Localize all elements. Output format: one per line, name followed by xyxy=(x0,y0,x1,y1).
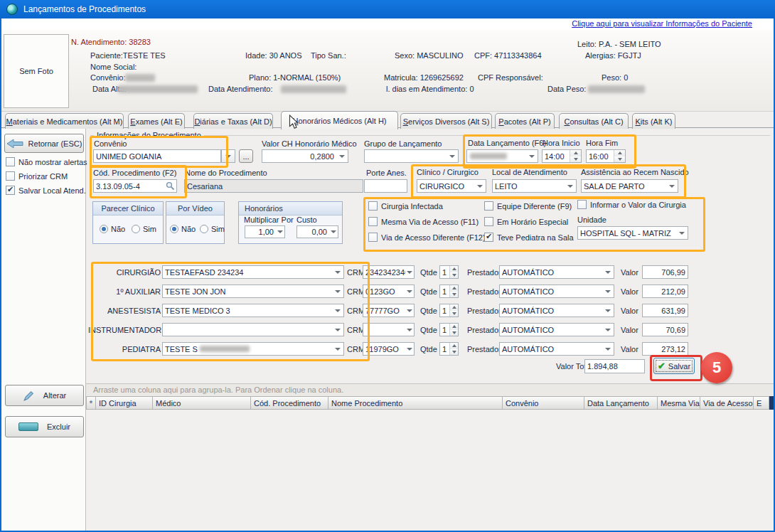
pediatra-select[interactable]: TESTE S xyxy=(162,342,344,356)
checkbox-em-horario-especial[interactable]: Em Horário Especial xyxy=(484,217,568,226)
dropdown-arrow-icon[interactable] xyxy=(222,150,235,162)
radio-circle[interactable] xyxy=(100,225,108,233)
checkbox-box[interactable] xyxy=(577,200,587,209)
tab-honorarios-medicos[interactable]: Honorários Médicos (Alt H) xyxy=(281,111,398,129)
anestesista-qtde-spinner[interactable]: 1 xyxy=(439,304,459,317)
checkbox-informar-valor-cirurgia[interactable]: Informar o Valor da Cirurgia xyxy=(577,200,686,209)
video-sim-radio[interactable]: Sim xyxy=(200,225,225,233)
dropdown-arrow-icon[interactable] xyxy=(405,324,414,336)
search-icon[interactable] xyxy=(166,181,175,191)
checkbox-nao-mostrar-alertas[interactable]: Não mostrar alertas xyxy=(6,157,87,166)
cirurgiao-select[interactable]: TESTAEFASD 234234 xyxy=(162,265,344,279)
dropdown-arrow-icon[interactable] xyxy=(666,180,678,192)
grid-corner-cell[interactable]: * xyxy=(86,396,96,410)
grid-col-truncated[interactable]: E xyxy=(754,396,769,410)
dropdown-arrow-icon[interactable] xyxy=(474,180,486,192)
instrumentador-crm-select[interactable] xyxy=(363,323,415,336)
pediatra-prestador-select[interactable]: AUTOMÁTICO xyxy=(499,342,614,356)
checkbox-mesma-via-acesso[interactable]: Mesma Via de Acesso (F11) xyxy=(368,217,479,226)
tab-pacotes[interactable]: Pacotes (Alt P) xyxy=(495,113,555,129)
checkbox-via-acesso-diferente[interactable]: Via de Acesso Diferente (F12) xyxy=(368,233,486,242)
retornar-button[interactable]: Retornar (ESC) xyxy=(4,134,84,153)
patient-info-link[interactable]: Clique aqui para visualizar Informações … xyxy=(572,19,752,28)
spinner-buttons[interactable] xyxy=(449,285,458,297)
checkbox-cirurgia-infectada[interactable]: Cirurgia Infectada xyxy=(368,201,443,211)
grid-body-empty[interactable] xyxy=(86,410,774,531)
radio-circle[interactable] xyxy=(200,225,208,233)
checkbox-box[interactable] xyxy=(6,157,15,166)
tab-exames[interactable]: Exames (Alt E) xyxy=(128,113,185,129)
dropdown-arrow-icon[interactable] xyxy=(332,266,343,278)
auxiliar-select[interactable]: TESTE JON JON xyxy=(162,284,344,298)
grid-col-medico[interactable]: Médico xyxy=(153,396,251,410)
multiplicar-por-select[interactable]: 1,00 xyxy=(245,225,285,238)
dropdown-arrow-icon[interactable] xyxy=(336,150,348,162)
checkbox-box[interactable] xyxy=(484,201,493,211)
checkbox-box[interactable] xyxy=(6,171,15,181)
grid-col-id-cirurgia[interactable]: ID Cirurgia xyxy=(96,396,153,410)
radio-circle[interactable] xyxy=(170,225,178,233)
tab-consultas[interactable]: Consultas (Alt C) xyxy=(559,113,629,129)
dropdown-arrow-icon[interactable] xyxy=(602,285,614,297)
porte-anes-input[interactable] xyxy=(364,179,407,193)
dropdown-arrow-icon[interactable] xyxy=(676,227,688,239)
checkbox-priorizar-crm[interactable]: Priorizar CRM xyxy=(6,171,68,181)
checkbox-box[interactable] xyxy=(484,233,493,242)
grid-group-bar[interactable]: Arraste uma coluna aqui para agrupa-la. … xyxy=(86,384,774,396)
grid-col-convenio[interactable]: Convênio xyxy=(503,396,584,410)
instrumentador-prestador-select[interactable]: AUTOMÁTICO xyxy=(499,323,614,336)
dropdown-arrow-icon[interactable] xyxy=(332,285,343,297)
radio-circle[interactable] xyxy=(132,225,140,233)
instrumentador-valor-field[interactable]: 70,69 xyxy=(642,323,688,336)
excluir-button[interactable]: Excluir xyxy=(5,416,84,437)
spinner-buttons[interactable] xyxy=(449,266,458,278)
dropdown-arrow-icon[interactable] xyxy=(447,150,458,162)
parecer-nao-radio[interactable]: Não xyxy=(100,225,125,233)
spinner-buttons[interactable] xyxy=(449,324,458,336)
auxiliar-crm-select[interactable]: 0123GO xyxy=(363,284,415,298)
checkbox-box[interactable] xyxy=(368,233,378,242)
grid-col-nome-procedimento[interactable]: Nome Procedimento xyxy=(328,396,503,410)
alterar-button[interactable]: Alterar xyxy=(5,385,84,406)
dropdown-arrow-icon[interactable] xyxy=(405,343,414,355)
dropdown-arrow-icon[interactable] xyxy=(405,285,414,297)
cirurgiao-crm-select[interactable]: 2342342340 xyxy=(363,265,415,279)
tab-diarias[interactable]: Diárias e Taxas (Alt D) xyxy=(193,113,273,129)
title-bar[interactable]: Lançamentos de Procedimentos xyxy=(0,0,775,18)
checkbox-box[interactable] xyxy=(368,217,378,226)
pediatra-crm-select[interactable]: 11979GO xyxy=(363,342,415,356)
hora-fim-spinner[interactable]: 16:00 xyxy=(586,149,626,163)
spinner-buttons[interactable] xyxy=(614,150,625,162)
dropdown-arrow-icon[interactable] xyxy=(332,324,343,336)
dropdown-arrow-icon[interactable] xyxy=(526,150,538,162)
grupo-lancamento-select[interactable] xyxy=(364,149,459,163)
tab-materiais[interactable]: Materiais e Medicamentos (Alt M) xyxy=(5,113,124,129)
auxiliar-qtde-spinner[interactable]: 1 xyxy=(439,284,459,298)
spinner-buttons[interactable] xyxy=(570,150,581,162)
dropdown-arrow-icon[interactable] xyxy=(405,304,414,316)
spinner-buttons[interactable] xyxy=(449,343,458,355)
auxiliar-valor-field[interactable]: 212,09 xyxy=(642,284,688,298)
hora-inicio-spinner[interactable]: 14:00 xyxy=(542,149,582,163)
parecer-sim-radio[interactable]: Sim xyxy=(132,225,156,233)
checkbox-teve-pediatra[interactable]: Teve Pediatra na Sala xyxy=(484,233,574,242)
more-options-button[interactable]: ... xyxy=(239,149,253,163)
dropdown-arrow-icon[interactable] xyxy=(565,180,576,192)
tab-kits[interactable]: Kits (Alt K) xyxy=(632,113,675,129)
salvar-button[interactable]: ✔ Salvar xyxy=(653,358,695,374)
auxiliar-prestador-select[interactable]: AUTOMÁTICO xyxy=(499,284,614,298)
pediatra-valor-field[interactable]: 273,12 xyxy=(642,342,688,356)
cirurgiao-prestador-select[interactable]: AUTOMÁTICO xyxy=(499,265,614,279)
pediatra-qtde-spinner[interactable]: 1 xyxy=(439,342,459,356)
grid-col-data-lancamento[interactable]: Data Lançamento xyxy=(584,396,658,410)
cirurgiao-valor-field[interactable]: 706,99 xyxy=(642,265,688,279)
dropdown-arrow-icon[interactable] xyxy=(405,266,414,278)
anestesista-select[interactable]: TESTE MEDICO 3 xyxy=(162,304,344,317)
unidade-select[interactable]: HOSPITAL SQL - MATRIZ xyxy=(577,226,688,240)
anestesista-prestador-select[interactable]: AUTOMÁTICO xyxy=(499,304,614,317)
convenio-dropdown[interactable] xyxy=(221,149,235,163)
cod-procedimento-input[interactable]: 3.13.09.05-4 xyxy=(93,179,177,193)
data-lancamento-select[interactable] xyxy=(466,149,538,163)
grid-col-via-de-acesso[interactable]: Via de Acesso xyxy=(700,396,754,410)
tab-servicos[interactable]: Serviços Diversos (Alt S) xyxy=(400,113,492,129)
